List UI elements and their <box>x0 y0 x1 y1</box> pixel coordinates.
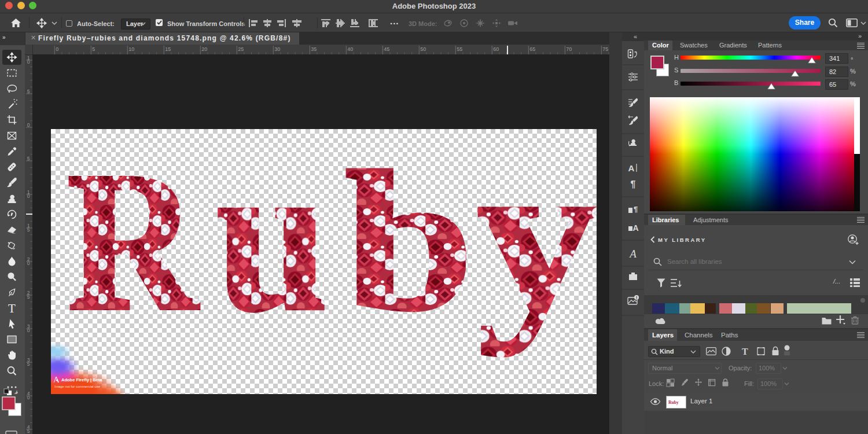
svg-text:¶: ¶ <box>634 205 638 214</box>
svg-text:y: y <box>477 129 597 356</box>
svg-text:A: A <box>628 248 637 260</box>
svg-text:T: T <box>742 347 748 356</box>
svg-text:!: ! <box>636 295 638 300</box>
svg-text:T: T <box>8 301 16 315</box>
svg-text:A: A <box>632 223 638 233</box>
svg-text:¶: ¶ <box>631 179 636 189</box>
svg-text:R: R <box>67 130 200 351</box>
svg-text:u: u <box>216 129 328 355</box>
svg-text:A: A <box>628 163 635 173</box>
svg-text:b: b <box>345 131 474 352</box>
